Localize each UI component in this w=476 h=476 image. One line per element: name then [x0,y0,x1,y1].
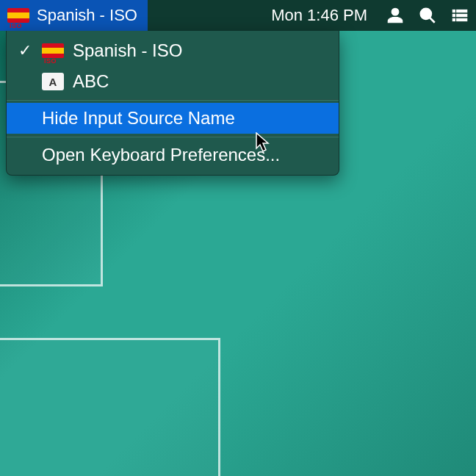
input-source-label: Spanish - ISO [37,6,137,25]
menu-item-hide-input-source-name[interactable]: Hide Input Source Name [7,103,339,134]
menu-item-label: ABC [73,71,109,92]
abc-icon: A [42,73,64,90]
menu-item-spanish-iso[interactable]: ✓ Spanish - ISO [7,35,339,66]
svg-rect-2 [452,10,455,12]
menu-item-abc[interactable]: A ABC [7,66,339,97]
svg-rect-7 [457,18,467,21]
svg-line-1 [430,18,435,23]
svg-rect-5 [457,14,467,16]
svg-rect-3 [457,10,467,12]
search-icon[interactable] [411,0,444,31]
svg-rect-4 [452,14,455,16]
menu-bar-clock[interactable]: Mon 1:46 PM [259,6,379,25]
menu-item-label: Open Keyboard Preferences... [42,145,280,165]
input-source-menu-button[interactable]: Spanish - ISO [0,0,148,31]
menu-item-label: Hide Input Source Name [42,108,235,129]
desktop-decoration [0,338,220,476]
menu-separator [7,136,339,137]
svg-point-0 [421,9,431,19]
menu-item-label: Spanish - ISO [73,40,182,61]
menu-separator [7,99,339,101]
menu-item-open-keyboard-preferences[interactable]: Open Keyboard Preferences... [7,140,339,170]
spain-flag-icon [42,43,64,58]
input-source-dropdown: ✓ Spanish - ISO A ABC Hide Input Source … [6,31,339,176]
spain-flag-icon [7,8,29,23]
user-icon[interactable] [379,0,411,31]
list-icon[interactable] [444,0,476,31]
checkmark-icon: ✓ [17,43,33,59]
menu-bar: Spanish - ISO Mon 1:46 PM [0,0,476,31]
svg-rect-6 [452,18,455,21]
